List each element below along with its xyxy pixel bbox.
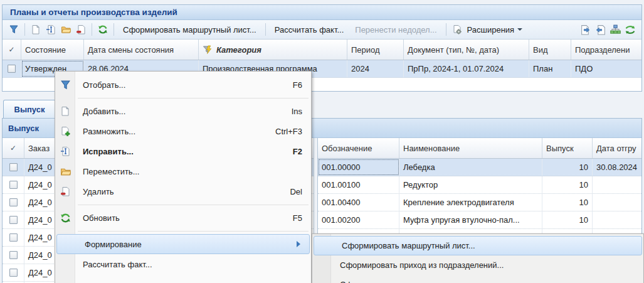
cell-ship-date (593, 194, 641, 211)
cell-ship-date (593, 176, 641, 193)
tab-vypusk[interactable]: Выпуск (3, 100, 56, 119)
import-document-icon[interactable] (593, 22, 608, 37)
column-output[interactable]: Выпуск (542, 138, 593, 158)
row-checkbox[interactable] (9, 269, 18, 277)
org-chart-icon[interactable] (608, 22, 623, 37)
menu-item-add[interactable]: Добавить... Ins (55, 101, 311, 121)
item-row[interactable]: 001.00100 Редуктор 10 (318, 176, 641, 194)
cell-output: 10 (542, 159, 593, 176)
menu-item-label: Отобрать... (83, 80, 293, 90)
edit-icon[interactable] (43, 22, 58, 37)
column-department[interactable]: Подразделени (571, 40, 641, 60)
edit-document-icon (60, 146, 71, 157)
menu-separator (55, 228, 311, 234)
refresh-icon (60, 212, 71, 223)
cell-code: 001.00100 (318, 176, 399, 193)
export-document-icon[interactable] (578, 22, 593, 37)
extensions-button[interactable]: Расширения (465, 22, 529, 37)
generate-submenu: Сформировать маршрутный лист... Сформиро… (312, 233, 644, 283)
submenu-arrow-icon (297, 241, 300, 247)
menu-item-refresh[interactable]: Обновить F5 (55, 208, 311, 228)
item-row[interactable]: 001.00200 Муфта упругая втулочно-пал... … (318, 211, 641, 229)
copy-document-icon (60, 125, 71, 137)
menu-item-calc-fact[interactable]: Рассчитать факт... (55, 254, 311, 274)
row-checkbox-cell[interactable] (3, 176, 24, 193)
menu-item-label: Переместить... (83, 167, 302, 176)
column-check[interactable]: ✓ (3, 40, 21, 60)
submenu-item-receipt[interactable]: Сформировать приход из подразделений... (312, 255, 643, 275)
menu-item-shortcut: F2 (293, 147, 302, 156)
move-icon[interactable] (58, 22, 73, 37)
column-document[interactable]: Документ (тип, №, дата) (404, 40, 529, 60)
row-checkbox-cell[interactable] (3, 60, 21, 77)
column-state-date[interactable]: Дата смены состояния (84, 40, 199, 60)
row-checkbox[interactable] (9, 163, 18, 171)
row-checkbox-cell[interactable] (3, 211, 24, 228)
extensions-icon[interactable] (450, 22, 465, 37)
column-code[interactable]: Обозначение (318, 138, 399, 158)
column-state[interactable]: Состояние (21, 40, 84, 60)
menu-item-edit[interactable]: Исправить... F2 (55, 141, 311, 161)
items-table-header: Обозначение Наименование Выпуск Дата отг… (318, 138, 641, 159)
cell-ship-date: 30.08.2024 (593, 159, 641, 176)
column-check[interactable]: ✓ (3, 138, 24, 158)
submenu-item-label: Сформировать... (340, 280, 404, 283)
row-checkbox-cell[interactable] (3, 194, 24, 211)
row-checkbox-cell[interactable] (3, 247, 24, 264)
menu-separator (55, 95, 311, 101)
row-checkbox[interactable] (8, 65, 16, 73)
menu-item-shortcut: F6 (293, 80, 302, 90)
column-period[interactable]: Период (347, 40, 404, 60)
check-header-icon: ✓ (10, 144, 16, 152)
menu-item-duplicate[interactable]: Размножить... Ctrl+F3 (55, 121, 311, 141)
exchange-arrows-icon[interactable] (623, 22, 638, 37)
row-checkbox[interactable] (9, 233, 18, 242)
filter-icon[interactable] (6, 22, 21, 37)
menu-item-filter[interactable]: Отобрать... F6 (55, 75, 311, 95)
new-document-icon (60, 105, 71, 117)
panel-title: Планы и отчеты производства изделий (3, 5, 641, 20)
row-checkbox[interactable] (9, 251, 18, 259)
menu-item-move[interactable]: Переместить... (55, 161, 311, 181)
column-ship-date[interactable]: Дата отгру (593, 138, 641, 158)
row-checkbox[interactable] (9, 181, 18, 189)
delete-document-icon (60, 186, 71, 197)
cell-kind: План (529, 60, 571, 77)
generate-route-sheet-button[interactable]: Сформировать маршрутный лист... (117, 22, 262, 37)
cell-document: ПрПр, 2024-1, 01.07.2024 (404, 60, 529, 77)
row-checkbox-cell[interactable] (3, 229, 24, 246)
cell-department: ПДО (571, 60, 641, 77)
column-kind[interactable]: Вид (529, 40, 571, 60)
menu-item-shortcut: Ins (292, 107, 302, 116)
submenu-item-clipped[interactable]: Сформировать... (312, 275, 643, 283)
item-row[interactable]: 001.00400 Крепление электродвигателя 10 (318, 194, 641, 211)
item-row[interactable]: 001.00000 Лебедка 10 30.08.2024 (318, 159, 641, 176)
refresh-icon[interactable] (95, 22, 110, 37)
row-checkbox-cell[interactable] (3, 159, 24, 176)
row-checkbox[interactable] (9, 198, 18, 206)
menu-item-generate[interactable]: Формирование (56, 234, 310, 254)
check-header-icon: ✓ (8, 45, 14, 54)
cell-name: Муфта упругая втулочно-пал... (399, 211, 542, 228)
menu-item-label: Размножить... (83, 127, 275, 136)
app-screen: Планы и отчеты производства изделий (0, 0, 644, 283)
toolbar-separator (265, 23, 266, 36)
column-category[interactable]: Категория (199, 40, 347, 60)
cell-output: 10 (542, 176, 593, 193)
toolbar: Сформировать маршрутный лист... Рассчита… (3, 20, 641, 40)
row-checkbox-cell[interactable] (3, 264, 24, 281)
delete-icon[interactable] (73, 22, 88, 37)
toolbar-separator (113, 23, 114, 36)
submenu-item-route-sheet[interactable]: Сформировать маршрутный лист... (314, 236, 642, 255)
move-backlog-button: Перенести недодел... (349, 22, 442, 37)
row-checkbox[interactable] (9, 216, 18, 224)
calc-fact-button[interactable]: Рассчитать факт... (269, 22, 350, 37)
menu-item-label: Исправить... (83, 147, 293, 156)
add-icon[interactable] (28, 22, 43, 37)
move-folder-icon (60, 166, 71, 177)
menu-item-delete[interactable]: Удалить Del (55, 181, 311, 201)
menu-item-label: Обновить (83, 213, 293, 223)
column-name[interactable]: Наименование (399, 138, 542, 158)
cell-ship-date (593, 211, 641, 228)
context-menu: Отобрать... F6 Добавить... Ins Размножит… (55, 71, 312, 283)
